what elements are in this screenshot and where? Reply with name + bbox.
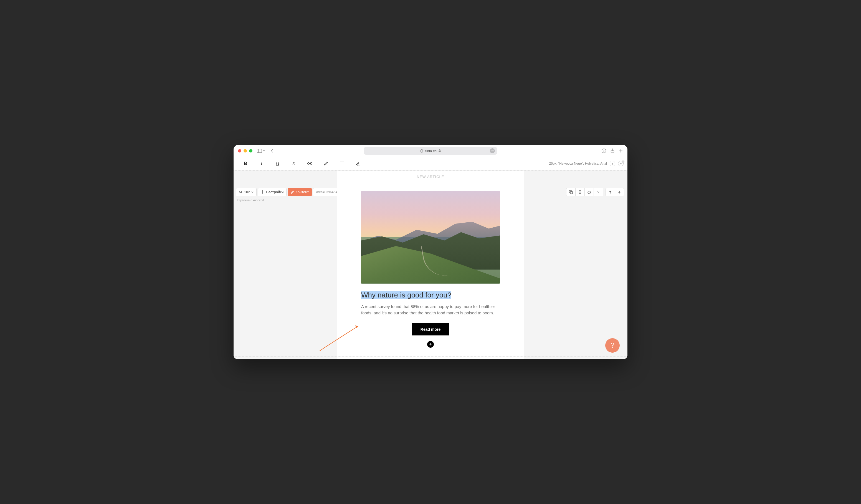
chevron-down-icon (251, 191, 254, 193)
hero-image[interactable] (361, 191, 500, 284)
new-tab-button[interactable] (618, 148, 623, 153)
back-button[interactable] (269, 148, 275, 154)
traffic-lights (238, 149, 252, 153)
bold-button[interactable]: B (237, 158, 254, 169)
downloads-button[interactable] (601, 148, 606, 153)
svg-point-8 (360, 165, 360, 166)
add-block-button[interactable]: + (427, 341, 434, 348)
clear-format-button[interactable] (350, 158, 366, 169)
move-down-button[interactable] (615, 188, 624, 196)
trash-icon (578, 190, 582, 194)
visibility-button[interactable] (585, 188, 594, 196)
settings-label: Настройки (266, 190, 284, 194)
block-name-label: Карточка с кнопкой (237, 198, 335, 202)
article-title[interactable]: Why nature is good for you? (361, 290, 500, 300)
chevron-down-icon (597, 191, 599, 193)
delete-button[interactable] (575, 188, 585, 196)
share-button[interactable] (610, 148, 615, 153)
pencil-icon (291, 191, 294, 194)
format-toolbar: B I U S 26px, "Helvetica Neue", Helvetic… (234, 157, 627, 170)
maximize-window-button[interactable] (249, 149, 252, 153)
editor-canvas: MT102 Настройки Контент #rec403964643 Ка… (234, 171, 627, 359)
address-bar[interactable]: tilda.cc ••• (364, 147, 497, 155)
left-sidebar: MT102 Настройки Контент #rec403964643 Ка… (234, 171, 337, 359)
sidebar-toggle-button[interactable] (257, 149, 265, 153)
titlebar: tilda.cc ••• (234, 145, 627, 157)
svg-rect-0 (257, 149, 262, 153)
block-code-dropdown[interactable]: MT102 (236, 188, 257, 196)
read-more-button[interactable]: Read more (412, 323, 449, 335)
content-label: Контент (296, 190, 309, 194)
block-settings-button[interactable]: Настройки (258, 188, 287, 196)
globe-icon (420, 149, 424, 153)
right-sidebar (524, 171, 627, 359)
svg-rect-5 (439, 151, 440, 152)
article-label: NEW ARTICLE (417, 174, 445, 179)
chevron-down-icon (263, 150, 265, 152)
minimize-window-button[interactable] (244, 149, 247, 153)
typography-button[interactable] (334, 158, 350, 169)
font-info-label: 26px, "Helvetica Neue", Helvetica, Arial (549, 162, 607, 166)
gear-icon (261, 190, 264, 194)
browser-window: tilda.cc ••• B I U S (234, 145, 627, 359)
italic-button[interactable]: I (254, 158, 270, 169)
svg-point-9 (262, 192, 263, 192)
svg-rect-11 (570, 192, 573, 194)
info-button[interactable]: i (610, 161, 615, 166)
arrow-up-icon (609, 191, 612, 194)
color-button[interactable] (318, 158, 334, 169)
copy-icon (569, 190, 573, 194)
block-code-label: MT102 (239, 190, 250, 194)
article-block: NEW ARTICLE Why nature is good for you? … (337, 171, 524, 359)
duplicate-button[interactable] (566, 188, 576, 196)
page-actions-button[interactable]: ••• (490, 148, 495, 153)
link-button[interactable] (302, 158, 318, 169)
article-description[interactable]: A recent survey found that 88% of us are… (361, 303, 500, 316)
strikethrough-button[interactable]: S (286, 158, 302, 169)
more-dropdown[interactable] (593, 188, 603, 196)
close-window-button[interactable] (238, 149, 241, 153)
arrow-down-icon (618, 191, 621, 194)
address-bar-url: tilda.cc (425, 149, 436, 153)
power-icon (587, 190, 591, 194)
expand-button[interactable]: 0 (618, 161, 624, 166)
block-content-button[interactable]: Контент (288, 188, 312, 196)
move-up-button[interactable] (605, 188, 615, 196)
lock-icon (438, 149, 441, 153)
help-button[interactable]: ? (605, 338, 620, 353)
underline-button[interactable]: U (270, 158, 286, 169)
